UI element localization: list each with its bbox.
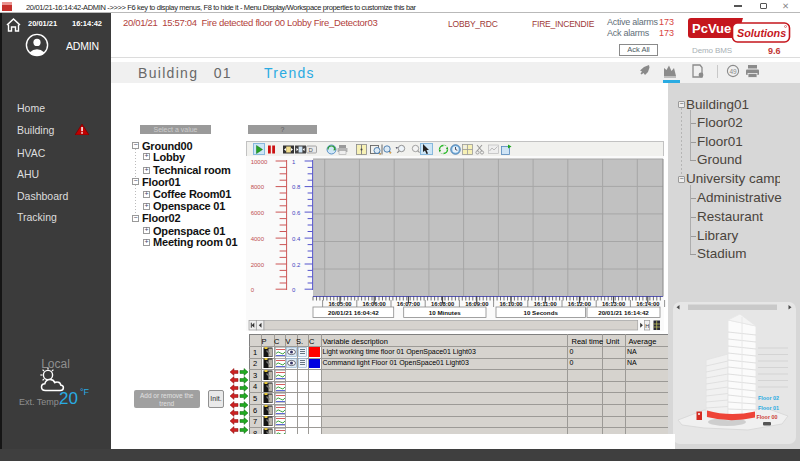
svg-text:20/01/21 16:04:42: 20/01/21 16:04:42 (328, 309, 379, 316)
svg-text:D: D (309, 147, 314, 153)
svg-text:4000: 4000 (251, 236, 265, 242)
svg-text:PcVue: PcVue (692, 21, 731, 36)
svg-text:H: H (645, 323, 649, 329)
svg-text:10 Seconds: 10 Seconds (523, 309, 558, 316)
svg-text:16:14:00: 16:14:00 (636, 301, 659, 307)
svg-text:Floor 02: Floor 02 (758, 395, 779, 401)
svg-text:0.6: 0.6 (292, 210, 301, 216)
svg-text:10000: 10000 (251, 159, 268, 165)
svg-text:Solutions: Solutions (737, 27, 786, 39)
svg-text:16:07:00: 16:07:00 (397, 301, 420, 307)
svg-text:16:08:00: 16:08:00 (431, 301, 454, 307)
svg-text:16:11:00: 16:11:00 (534, 301, 557, 307)
svg-text:20/01/21 16:14:42: 20/01/21 16:14:42 (598, 309, 649, 316)
svg-text:16:09:00: 16:09:00 (465, 301, 488, 307)
svg-text:49: 49 (730, 68, 738, 75)
svg-text:16:13:00: 16:13:00 (602, 301, 625, 307)
svg-text:16:05:00: 16:05:00 (328, 301, 351, 307)
svg-text:2000: 2000 (251, 262, 265, 268)
svg-text:16:12:00: 16:12:00 (568, 301, 591, 307)
svg-text:Floor 01: Floor 01 (758, 405, 779, 411)
svg-text:0.4: 0.4 (292, 236, 301, 242)
svg-text:10 Minutes: 10 Minutes (429, 309, 462, 316)
svg-text:0.8: 0.8 (292, 184, 301, 190)
svg-text:8000: 8000 (251, 184, 265, 190)
svg-text:16:10:00: 16:10:00 (499, 301, 522, 307)
svg-text:16:06:00: 16:06:00 (363, 301, 386, 307)
svg-text:Floor 00: Floor 00 (757, 414, 778, 420)
svg-text:6000: 6000 (251, 210, 265, 216)
svg-text:0.2: 0.2 (292, 262, 301, 268)
